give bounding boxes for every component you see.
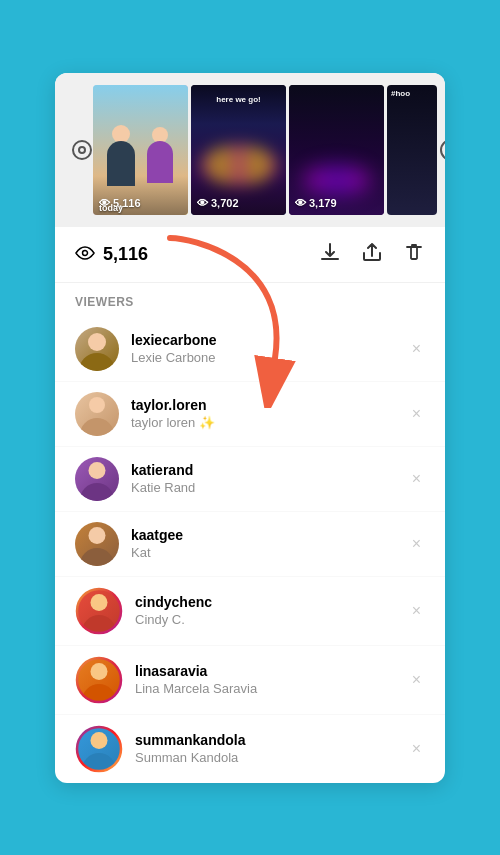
main-view-count-value: 5,116 (103, 244, 148, 265)
viewer-fullname-6: Summan Kandola (135, 750, 408, 765)
view-count-t2: 3,702 (211, 197, 239, 209)
svg-point-3 (83, 250, 88, 255)
eye-icon-t2: 👁 (197, 197, 208, 209)
viewer-info-4: cindychenc Cindy C. (135, 594, 408, 627)
viewer-username-5: linasaravia (135, 663, 408, 679)
avatar-2 (75, 457, 119, 501)
viewer-username-3: kaatgee (131, 527, 408, 543)
modal: 👁 5,116 today 👁 3,702 (55, 73, 445, 783)
viewer-info-3: kaatgee Kat (131, 527, 408, 560)
viewer-item-4: cindychenc Cindy C. × (55, 576, 445, 645)
viewer-username-6: summankandola (135, 732, 408, 748)
viewer-info-5: linasaravia Lina Marcela Saravia (135, 663, 408, 696)
avatar-3 (75, 522, 119, 566)
viewer-item-0: lexiecarbone Lexie Carbone × (55, 317, 445, 381)
thumbnails-strip: 👁 5,116 today 👁 3,702 (93, 85, 437, 215)
stats-bar: 5,116 (55, 227, 445, 283)
top-bar: 👁 5,116 today 👁 3,702 (55, 73, 445, 227)
viewer-info-0: lexiecarbone Lexie Carbone (131, 332, 408, 365)
viewer-fullname-1: taylor loren ✨ (131, 415, 408, 430)
avatar-0 (75, 327, 119, 371)
thumbnail-2[interactable]: 👁 3,702 (191, 85, 286, 215)
viewer-username-0: lexiecarbone (131, 332, 408, 348)
phone-container: 👁 5,116 today 👁 3,702 (0, 0, 500, 855)
eye-icon-t3: 👁 (295, 197, 306, 209)
viewer-fullname-3: Kat (131, 545, 408, 560)
avatar-wrapper-5 (75, 656, 123, 704)
viewer-fullname-0: Lexie Carbone (131, 350, 408, 365)
download-circle-button[interactable] (437, 136, 445, 164)
viewer-info-2: katierand Katie Rand (131, 462, 408, 495)
avatar-wrapper-4 (75, 587, 123, 635)
thumbnail-3[interactable]: 👁 3,179 (289, 85, 384, 215)
viewer-fullname-2: Katie Rand (131, 480, 408, 495)
delete-action-button[interactable] (403, 241, 425, 268)
svg-point-4 (77, 589, 121, 633)
viewer-info-6: summankandola Summan Kandola (135, 732, 408, 765)
viewer-close-2[interactable]: × (408, 466, 425, 492)
thumb1-label: today (99, 203, 123, 213)
svg-point-2 (441, 140, 445, 160)
viewer-item-1: taylor.loren taylor loren ✨ × (55, 381, 445, 446)
viewer-fullname-4: Cindy C. (135, 612, 408, 627)
view-count-main: 5,116 (75, 244, 148, 265)
viewer-close-6[interactable]: × (408, 736, 425, 762)
top-right-icons: ✕ (437, 136, 445, 164)
stats-actions (319, 241, 425, 268)
viewer-close-4[interactable]: × (408, 598, 425, 624)
viewers-label: VIEWERS (55, 283, 445, 317)
gear-button[interactable] (71, 136, 93, 164)
thumbnail-1[interactable]: 👁 5,116 today (93, 85, 188, 215)
viewer-username-2: katierand (131, 462, 408, 478)
view-count-t3: 3,179 (309, 197, 337, 209)
viewer-username-1: taylor.loren (131, 397, 408, 413)
viewer-info-1: taylor.loren taylor loren ✨ (131, 397, 408, 430)
viewer-close-0[interactable]: × (408, 336, 425, 362)
viewer-close-3[interactable]: × (408, 531, 425, 557)
svg-point-6 (77, 727, 121, 771)
viewer-item-5: linasaravia Lina Marcela Saravia × (55, 645, 445, 714)
viewer-close-5[interactable]: × (408, 667, 425, 693)
viewer-username-4: cindychenc (135, 594, 408, 610)
avatar-wrapper-6 (75, 725, 123, 773)
eye-icon-main (75, 244, 95, 265)
viewer-item-6: summankandola Summan Kandola × (55, 714, 445, 783)
svg-point-0 (73, 141, 91, 159)
svg-point-5 (77, 658, 121, 702)
svg-point-1 (79, 147, 85, 153)
viewer-item-3: kaatgee Kat × (55, 511, 445, 576)
viewer-item-2: katierand Katie Rand × (55, 446, 445, 511)
viewer-close-1[interactable]: × (408, 401, 425, 427)
avatar-1 (75, 392, 119, 436)
thumbnail-4[interactable]: #hoo (387, 85, 437, 215)
viewer-fullname-5: Lina Marcela Saravia (135, 681, 408, 696)
share-action-button[interactable] (361, 241, 383, 268)
viewers-section: VIEWERS lexiecarbone Lexie Carbone × (55, 283, 445, 783)
download-action-button[interactable] (319, 241, 341, 268)
